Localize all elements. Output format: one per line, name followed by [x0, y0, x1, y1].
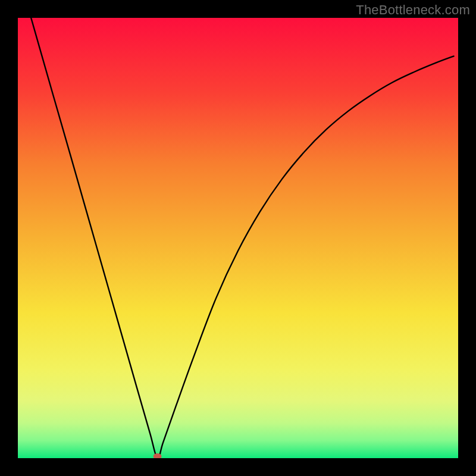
- chart-svg: [18, 18, 458, 458]
- chart-frame: TheBottleneck.com: [0, 0, 476, 476]
- watermark-text: TheBottleneck.com: [356, 2, 470, 18]
- plot-area: [18, 18, 458, 458]
- gradient-background: [18, 18, 458, 458]
